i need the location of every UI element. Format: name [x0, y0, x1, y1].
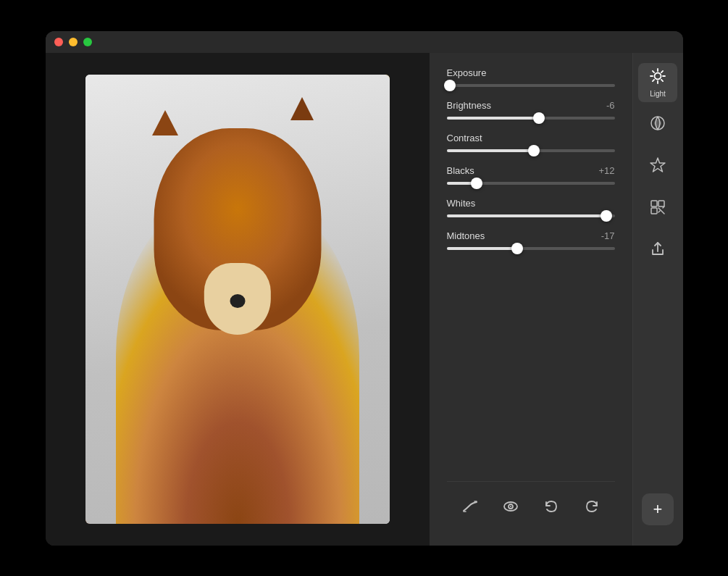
adjustment-header-blacks: Blacks+12 — [447, 165, 615, 176]
svg-point-2 — [510, 506, 511, 507]
sidebar-tool-detail[interactable] — [638, 189, 677, 228]
slider-track-whites[interactable] — [447, 214, 615, 217]
adjustment-label-brightness: Brightness — [447, 100, 491, 111]
adjustment-group-whites: Whites — [447, 198, 615, 217]
svg-point-3 — [655, 72, 661, 79]
svg-point-13 — [654, 120, 661, 127]
main-content: ExposureBrightness-6ContrastBlacks+12Whi… — [46, 53, 683, 546]
svg-line-8 — [653, 70, 654, 72]
adjustment-group-midtones: Midtones-17 — [447, 230, 615, 250]
preview-button[interactable] — [499, 493, 522, 519]
curves-button[interactable] — [459, 493, 482, 519]
adjustments-panel: ExposureBrightness-6ContrastBlacks+12Whi… — [430, 53, 632, 546]
snow-overlay — [85, 75, 390, 524]
slider-fill-midtones — [447, 247, 517, 250]
svg-rect-15 — [658, 201, 664, 206]
adjustment-label-contrast: Contrast — [447, 133, 482, 143]
slider-thumb-whites[interactable] — [601, 210, 612, 222]
minimize-button[interactable] — [69, 38, 78, 46]
adjustment-label-midtones: Midtones — [447, 230, 485, 241]
adjustment-group-blacks: Blacks+12 — [447, 165, 615, 185]
slider-fill-whites — [447, 214, 606, 217]
sidebar-tool-color[interactable] — [638, 105, 677, 144]
star-icon — [649, 156, 666, 176]
add-button[interactable]: + — [642, 493, 674, 525]
sidebar-tool-export[interactable] — [638, 231, 677, 270]
slider-thumb-blacks[interactable] — [471, 178, 482, 189]
slider-track-blacks[interactable] — [447, 182, 615, 185]
sliders-container: ExposureBrightness-6ContrastBlacks+12Whi… — [447, 67, 615, 263]
adjustment-label-whites: Whites — [447, 198, 476, 209]
adjustment-header-exposure: Exposure — [447, 67, 615, 78]
export-icon — [649, 241, 666, 260]
slider-thumb-midtones[interactable] — [511, 243, 523, 254]
adjustment-label-blacks: Blacks — [447, 165, 474, 176]
adjustment-header-contrast: Contrast — [447, 133, 615, 143]
app-window: ExposureBrightness-6ContrastBlacks+12Whi… — [46, 31, 683, 546]
image-panel — [46, 53, 430, 546]
svg-rect-14 — [651, 201, 657, 206]
adjustment-group-contrast: Contrast — [447, 133, 615, 152]
slider-thumb-contrast[interactable] — [528, 145, 540, 156]
slider-fill-contrast — [447, 149, 535, 152]
adjustment-header-midtones: Midtones-17 — [447, 230, 615, 241]
slider-fill-brightness — [447, 117, 540, 120]
color-icon — [649, 114, 666, 134]
adjustment-group-brightness: Brightness-6 — [447, 100, 615, 120]
svg-line-10 — [661, 70, 663, 72]
adjustment-value-midtones: -17 — [601, 230, 615, 241]
sidebar-tool-effects[interactable] — [638, 147, 677, 186]
svg-line-11 — [653, 79, 654, 80]
adjustment-label-exposure: Exposure — [447, 67, 487, 78]
adjustment-header-whites: Whites — [447, 198, 615, 209]
slider-track-contrast[interactable] — [447, 149, 615, 152]
undo-button[interactable] — [540, 493, 563, 519]
sidebar-tool-light[interactable]: Light — [638, 63, 677, 102]
adjustment-value-brightness: -6 — [606, 100, 615, 111]
light-label: Light — [650, 90, 666, 98]
close-button[interactable] — [54, 38, 63, 46]
detail-icon — [649, 199, 666, 218]
adjustment-header-brightness: Brightness-6 — [447, 100, 615, 111]
photo-canvas — [85, 75, 390, 524]
slider-track-brightness[interactable] — [447, 117, 615, 120]
adjustment-value-blacks: +12 — [598, 165, 614, 176]
svg-rect-16 — [651, 208, 657, 214]
slider-thumb-brightness[interactable] — [533, 112, 545, 124]
redo-button[interactable] — [580, 493, 603, 519]
maximize-button[interactable] — [83, 38, 92, 46]
bottom-toolbar — [447, 481, 615, 531]
title-bar — [46, 31, 683, 53]
slider-track-midtones[interactable] — [447, 247, 615, 250]
svg-line-9 — [661, 79, 663, 80]
light-icon — [649, 67, 666, 87]
adjustment-group-exposure: Exposure — [447, 67, 615, 87]
slider-thumb-exposure[interactable] — [444, 80, 456, 91]
right-sidebar: Light — [632, 53, 683, 546]
slider-track-exposure[interactable] — [447, 84, 615, 87]
